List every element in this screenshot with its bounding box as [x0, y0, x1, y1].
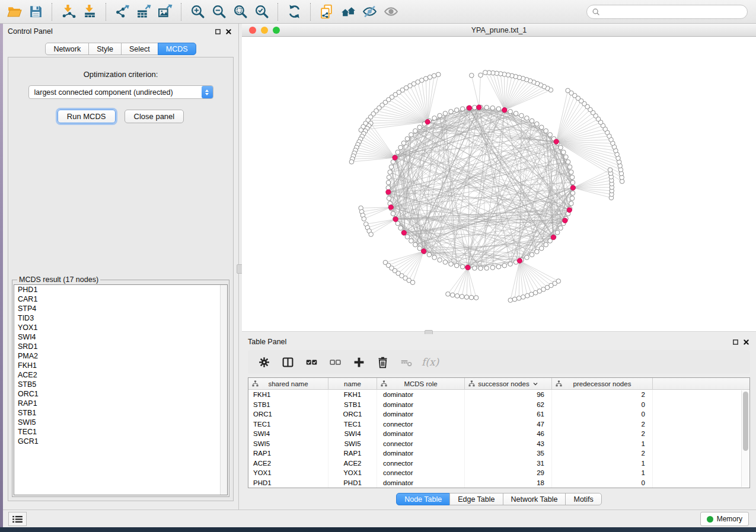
table-cell: SWI5: [248, 439, 328, 449]
export-table-icon[interactable]: [133, 2, 154, 22]
table-cell: 2: [552, 390, 653, 400]
refresh-icon[interactable]: [283, 2, 305, 22]
tab-motifs[interactable]: Motifs: [565, 493, 601, 505]
float-panel-button[interactable]: [212, 26, 223, 37]
import-network-icon[interactable]: [58, 2, 79, 22]
column-label: shared name: [268, 380, 308, 387]
deselect-all-icon[interactable]: [327, 353, 344, 371]
split-view-icon[interactable]: [279, 353, 296, 371]
mcds-result-item[interactable]: SWI5: [14, 418, 227, 427]
table-row[interactable]: SWI4SWI4dominator462: [248, 429, 749, 439]
close-panel-button[interactable]: [223, 26, 234, 37]
mcds-result-item[interactable]: ORC1: [14, 389, 227, 399]
network-graph[interactable]: [242, 37, 756, 331]
column-header-shared-name[interactable]: shared name: [248, 378, 328, 389]
mcds-result-item[interactable]: FKH1: [14, 361, 227, 370]
table-cell: 61: [465, 409, 552, 419]
table-row[interactable]: FKH1FKH1dominator962: [248, 390, 749, 400]
close-panel-button-mcds[interactable]: Close panel: [125, 110, 184, 123]
table-cell: PHD1: [248, 478, 328, 488]
dropdown-stepper-icon: [202, 86, 213, 98]
mcds-result-item[interactable]: SRD1: [14, 342, 227, 351]
export-image-icon[interactable]: [154, 2, 176, 22]
optimization-criterion-label: Optimization criterion:: [8, 70, 233, 79]
table-body: FKH1FKH1dominator962STB1STB1dominator620…: [248, 390, 749, 488]
table-cell: PHD1: [328, 478, 377, 488]
result-list-scrollbar[interactable]: [220, 285, 227, 495]
network-canvas[interactable]: [242, 37, 756, 331]
import-table-icon[interactable]: [79, 2, 100, 22]
mcds-result-item[interactable]: TID3: [14, 313, 227, 323]
task-history-button[interactable]: [8, 512, 27, 526]
select-all-icon[interactable]: [303, 353, 320, 371]
table-panel: Table Panel f(x) shared namenameMCDS rol…: [242, 334, 756, 509]
control-panel: Control Panel NetworkStyleSelectMCDS Opt…: [3, 24, 238, 509]
mcds-result-item[interactable]: PMA2: [14, 351, 227, 361]
delete-icon[interactable]: [374, 353, 391, 371]
table-row[interactable]: ACE2ACE2connector311: [248, 459, 749, 469]
tab-mcds[interactable]: MCDS: [158, 43, 196, 55]
table-row[interactable]: SWI5SWI5connector431: [248, 439, 749, 449]
tab-node-table[interactable]: Node Table: [396, 493, 450, 505]
column-header-mcds-role[interactable]: MCDS role: [377, 378, 465, 389]
mcds-result-item[interactable]: CAR1: [14, 294, 227, 304]
tab-style[interactable]: Style: [88, 43, 122, 55]
memory-button[interactable]: Memory: [700, 512, 749, 526]
zoom-selected-icon[interactable]: [251, 2, 272, 22]
close-panel-button[interactable]: [741, 336, 751, 347]
add-icon[interactable]: [350, 353, 368, 371]
table-row[interactable]: RAP1RAP1dominator352: [248, 448, 749, 459]
open-session-icon[interactable]: [4, 2, 25, 22]
clone-network-icon[interactable]: [316, 2, 337, 22]
search-input[interactable]: [600, 7, 747, 17]
column-header-name[interactable]: name: [328, 378, 377, 389]
mcds-result-item[interactable]: YOX1: [14, 323, 227, 332]
zoom-out-icon[interactable]: [208, 2, 229, 22]
mcds-result-item[interactable]: SWI4: [14, 332, 227, 342]
mcds-result-list[interactable]: PHD1CAR1STP4TID3YOX1SWI4SRD1PMA2FKH1ACE2…: [14, 284, 228, 495]
table-cell: ACE2: [248, 459, 328, 469]
float-panel-button[interactable]: [730, 336, 741, 347]
mcds-result-item[interactable]: PHD1: [14, 285, 227, 294]
run-mcds-button[interactable]: Run MCDS: [58, 110, 116, 123]
table-cell: dominator: [377, 448, 465, 459]
column-header-successor-nodes[interactable]: successor nodes: [465, 378, 552, 389]
main-area: Control Panel NetworkStyleSelectMCDS Opt…: [3, 24, 756, 509]
table-cell: connector: [377, 419, 465, 430]
welcome-screen-icon[interactable]: [337, 2, 359, 22]
desktop-wallpaper-strip: [0, 24, 3, 527]
criterion-dropdown[interactable]: largest connected component (undirected): [28, 85, 213, 99]
table-scrollbar[interactable]: [741, 390, 749, 487]
scrollbar-thumb[interactable]: [743, 392, 748, 451]
table-row[interactable]: TEC1TEC1connector472: [248, 419, 749, 430]
table-row[interactable]: PHD1PHD1dominator180: [248, 478, 749, 488]
table-cell: FKH1: [328, 390, 377, 400]
zoom-fit-icon[interactable]: [229, 2, 251, 22]
mcds-result-group: MCDS result (17 nodes) PHD1CAR1STP4TID3Y…: [12, 275, 229, 497]
show-details-icon[interactable]: [380, 2, 401, 22]
column-label: MCDS role: [404, 380, 437, 387]
mcds-result-item[interactable]: STB1: [14, 408, 227, 418]
hide-details-icon[interactable]: [359, 2, 380, 22]
tab-select[interactable]: Select: [121, 43, 158, 55]
mcds-result-item[interactable]: STB5: [14, 380, 227, 389]
save-session-icon[interactable]: [25, 2, 46, 22]
table-row[interactable]: YOX1YOX1connector291: [248, 468, 749, 478]
search-field[interactable]: [586, 5, 748, 19]
zoom-in-icon[interactable]: [187, 2, 208, 22]
table-row[interactable]: ORC1ORC1dominator610: [248, 409, 749, 419]
tab-network[interactable]: Network: [45, 43, 89, 55]
table-cell: 43: [465, 439, 552, 449]
mcds-result-item[interactable]: TEC1: [14, 427, 227, 437]
column-header-predecessor-nodes[interactable]: predecessor nodes: [552, 378, 653, 389]
mcds-result-item[interactable]: ACE2: [14, 370, 227, 380]
tab-edge-table[interactable]: Edge Table: [449, 493, 503, 505]
mcds-result-item[interactable]: STP4: [14, 304, 227, 313]
mcds-result-item[interactable]: GCR1: [14, 437, 227, 446]
settings-icon[interactable]: [256, 353, 273, 371]
table-row[interactable]: STB1STB1dominator620: [248, 400, 749, 410]
tab-network-table[interactable]: Network Table: [503, 493, 566, 505]
mcds-result-item[interactable]: RAP1: [14, 399, 227, 408]
export-network-icon[interactable]: [111, 2, 133, 22]
table-cell: RAP1: [248, 448, 328, 459]
